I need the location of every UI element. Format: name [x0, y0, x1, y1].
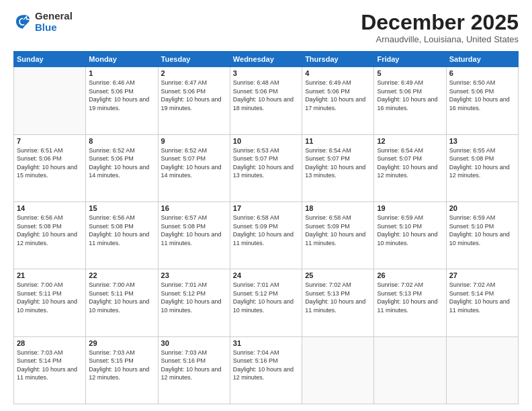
day-number: 7 — [17, 137, 83, 145]
calendar-cell: 7Sunrise: 6:51 AM Sunset: 5:06 PM Daylig… — [14, 134, 86, 201]
day-number: 16 — [161, 204, 227, 212]
day-number: 24 — [233, 271, 299, 279]
day-number: 8 — [89, 137, 154, 145]
calendar-cell: 25Sunrise: 7:02 AM Sunset: 5:13 PM Dayli… — [302, 269, 374, 336]
day-info: Sunrise: 6:58 AM Sunset: 5:09 PM Dayligh… — [233, 214, 299, 247]
day-info: Sunrise: 6:54 AM Sunset: 5:07 PM Dayligh… — [377, 146, 443, 180]
logo-icon — [13, 13, 32, 32]
calendar-cell: 5Sunrise: 6:49 AM Sunset: 5:06 PM Daylig… — [374, 67, 446, 134]
day-info: Sunrise: 7:02 AM Sunset: 5:13 PM Dayligh… — [377, 281, 443, 314]
calendar-header: Sunday Monday Tuesday Wednesday Thursday… — [14, 52, 519, 67]
day-info: Sunrise: 6:49 AM Sunset: 5:06 PM Dayligh… — [377, 79, 443, 112]
main-title: December 2025 — [361, 11, 519, 34]
day-info: Sunrise: 7:04 AM Sunset: 5:16 PM Dayligh… — [233, 349, 299, 382]
day-info: Sunrise: 6:55 AM Sunset: 5:08 PM Dayligh… — [449, 146, 515, 180]
day-number: 5 — [377, 69, 443, 77]
page: General Blue December 2025 Arnaudville, … — [0, 0, 532, 411]
day-number: 25 — [305, 271, 371, 279]
day-number: 23 — [161, 271, 227, 279]
logo-blue-text: Blue — [35, 22, 73, 34]
calendar-cell: 20Sunrise: 6:59 AM Sunset: 5:10 PM Dayli… — [446, 201, 518, 269]
day-number: 15 — [89, 204, 154, 212]
day-number: 11 — [305, 137, 371, 145]
calendar-cell: 19Sunrise: 6:59 AM Sunset: 5:10 PM Dayli… — [374, 201, 446, 269]
day-number: 12 — [377, 137, 443, 145]
calendar-cell: 14Sunrise: 6:56 AM Sunset: 5:08 PM Dayli… — [14, 201, 86, 269]
day-info: Sunrise: 7:01 AM Sunset: 5:12 PM Dayligh… — [233, 281, 299, 314]
calendar-cell: 18Sunrise: 6:58 AM Sunset: 5:09 PM Dayli… — [302, 201, 374, 269]
day-number: 2 — [161, 69, 227, 77]
calendar-cell: 28Sunrise: 7:03 AM Sunset: 5:14 PM Dayli… — [14, 336, 86, 404]
header-thursday: Thursday — [302, 52, 374, 67]
day-info: Sunrise: 6:56 AM Sunset: 5:08 PM Dayligh… — [17, 214, 83, 247]
header-friday: Friday — [374, 52, 446, 67]
calendar-week-3: 14Sunrise: 6:56 AM Sunset: 5:08 PM Dayli… — [14, 201, 519, 269]
subtitle: Arnaudville, Louisiana, United States — [361, 34, 519, 44]
day-number: 13 — [449, 137, 515, 145]
calendar-cell: 11Sunrise: 6:54 AM Sunset: 5:07 PM Dayli… — [302, 134, 374, 201]
logo-text: General Blue — [35, 11, 73, 33]
day-number: 26 — [377, 271, 443, 279]
day-info: Sunrise: 6:52 AM Sunset: 5:06 PM Dayligh… — [89, 146, 154, 180]
calendar-cell: 15Sunrise: 6:56 AM Sunset: 5:08 PM Dayli… — [86, 201, 158, 269]
day-info: Sunrise: 7:01 AM Sunset: 5:12 PM Dayligh… — [161, 281, 227, 314]
calendar-cell: 3Sunrise: 6:48 AM Sunset: 5:06 PM Daylig… — [230, 67, 302, 134]
day-number: 3 — [233, 69, 299, 77]
day-number: 19 — [377, 204, 443, 212]
calendar-cell: 31Sunrise: 7:04 AM Sunset: 5:16 PM Dayli… — [230, 336, 302, 404]
calendar-week-5: 28Sunrise: 7:03 AM Sunset: 5:14 PM Dayli… — [14, 336, 519, 404]
day-info: Sunrise: 6:53 AM Sunset: 5:07 PM Dayligh… — [233, 146, 299, 180]
calendar-cell: 10Sunrise: 6:53 AM Sunset: 5:07 PM Dayli… — [230, 134, 302, 201]
day-number: 6 — [449, 69, 515, 77]
day-info: Sunrise: 6:50 AM Sunset: 5:06 PM Dayligh… — [449, 79, 515, 112]
day-info: Sunrise: 6:52 AM Sunset: 5:07 PM Dayligh… — [161, 146, 227, 180]
calendar-cell — [374, 336, 446, 404]
calendar-cell — [302, 336, 374, 404]
day-number: 4 — [305, 69, 371, 77]
logo: General Blue — [13, 11, 73, 33]
day-number: 30 — [161, 339, 227, 347]
calendar-cell: 13Sunrise: 6:55 AM Sunset: 5:08 PM Dayli… — [446, 134, 518, 201]
day-info: Sunrise: 6:56 AM Sunset: 5:08 PM Dayligh… — [89, 214, 154, 247]
calendar-cell: 30Sunrise: 7:03 AM Sunset: 5:16 PM Dayli… — [158, 336, 230, 404]
day-number: 22 — [89, 271, 154, 279]
calendar-cell: 2Sunrise: 6:47 AM Sunset: 5:06 PM Daylig… — [158, 67, 230, 134]
day-info: Sunrise: 6:46 AM Sunset: 5:06 PM Dayligh… — [89, 79, 154, 112]
header-saturday: Saturday — [446, 52, 518, 67]
header-tuesday: Tuesday — [158, 52, 230, 67]
day-info: Sunrise: 7:02 AM Sunset: 5:14 PM Dayligh… — [449, 281, 515, 314]
calendar-cell: 16Sunrise: 6:57 AM Sunset: 5:08 PM Dayli… — [158, 201, 230, 269]
day-info: Sunrise: 6:54 AM Sunset: 5:07 PM Dayligh… — [305, 146, 371, 180]
day-number: 10 — [233, 137, 299, 145]
day-number: 14 — [17, 204, 83, 212]
day-info: Sunrise: 6:57 AM Sunset: 5:08 PM Dayligh… — [161, 214, 227, 247]
header-sunday: Sunday — [14, 52, 86, 67]
calendar-week-1: 1Sunrise: 6:46 AM Sunset: 5:06 PM Daylig… — [14, 67, 519, 134]
calendar-cell: 12Sunrise: 6:54 AM Sunset: 5:07 PM Dayli… — [374, 134, 446, 201]
calendar-week-4: 21Sunrise: 7:00 AM Sunset: 5:11 PM Dayli… — [14, 269, 519, 336]
day-info: Sunrise: 6:48 AM Sunset: 5:06 PM Dayligh… — [233, 79, 299, 112]
calendar-cell: 21Sunrise: 7:00 AM Sunset: 5:11 PM Dayli… — [14, 269, 86, 336]
calendar-cell: 22Sunrise: 7:00 AM Sunset: 5:11 PM Dayli… — [86, 269, 158, 336]
calendar-cell — [446, 336, 518, 404]
day-number: 21 — [17, 271, 83, 279]
calendar-cell: 17Sunrise: 6:58 AM Sunset: 5:09 PM Dayli… — [230, 201, 302, 269]
calendar-cell: 9Sunrise: 6:52 AM Sunset: 5:07 PM Daylig… — [158, 134, 230, 201]
calendar-cell: 29Sunrise: 7:03 AM Sunset: 5:15 PM Dayli… — [86, 336, 158, 404]
day-info: Sunrise: 7:00 AM Sunset: 5:11 PM Dayligh… — [89, 281, 154, 314]
calendar-table: Sunday Monday Tuesday Wednesday Thursday… — [13, 51, 519, 404]
calendar-cell: 1Sunrise: 6:46 AM Sunset: 5:06 PM Daylig… — [86, 67, 158, 134]
calendar-body: 1Sunrise: 6:46 AM Sunset: 5:06 PM Daylig… — [14, 67, 519, 404]
day-number: 17 — [233, 204, 299, 212]
day-number: 20 — [449, 204, 515, 212]
day-number: 29 — [89, 339, 154, 347]
calendar-cell: 6Sunrise: 6:50 AM Sunset: 5:06 PM Daylig… — [446, 67, 518, 134]
day-info: Sunrise: 6:51 AM Sunset: 5:06 PM Dayligh… — [17, 146, 83, 180]
calendar-cell — [14, 67, 86, 134]
day-info: Sunrise: 6:58 AM Sunset: 5:09 PM Dayligh… — [305, 214, 371, 247]
day-number: 28 — [17, 339, 83, 347]
logo-general-text: General — [35, 11, 73, 22]
day-info: Sunrise: 6:59 AM Sunset: 5:10 PM Dayligh… — [377, 214, 443, 247]
day-info: Sunrise: 7:03 AM Sunset: 5:16 PM Dayligh… — [161, 349, 227, 382]
day-info: Sunrise: 7:02 AM Sunset: 5:13 PM Dayligh… — [305, 281, 371, 314]
